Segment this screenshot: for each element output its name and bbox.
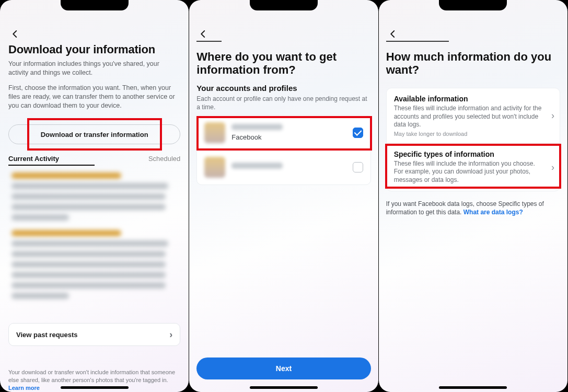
device-notch (250, 0, 318, 10)
view-past-requests-label: View past requests (16, 331, 78, 339)
account-platform: Facebook (231, 133, 283, 141)
option-available-information[interactable]: Available information These files will i… (387, 88, 560, 144)
section-description: Each account or profile can only have on… (196, 95, 370, 111)
account-row-facebook[interactable]: Facebook (197, 116, 370, 150)
account-text (231, 163, 283, 172)
back-icon (388, 29, 398, 39)
footer-text: Your download or transfer won't include … (8, 369, 175, 383)
option-title: Specific types of information (394, 150, 542, 158)
option-title: Available information (394, 95, 542, 103)
home-indicator (439, 386, 507, 389)
account-name-placeholder (231, 124, 283, 130)
page-description-2: First, choose the information you want. … (8, 84, 180, 110)
home-indicator (250, 386, 318, 389)
option-specific-types[interactable]: Specific types of information These file… (387, 144, 560, 191)
back-icon (10, 29, 20, 39)
section-subtitle: Your accounts and profiles (196, 84, 370, 93)
device-notch (61, 0, 129, 10)
back-button[interactable] (8, 26, 22, 43)
option-description: These files will include the information… (394, 160, 542, 185)
avatar (204, 122, 225, 143)
tab-current-activity[interactable]: Current Activity (8, 153, 95, 166)
download-button-wrapper: Download or transfer information (8, 124, 180, 144)
screen-download-your-information: Download your information Your informati… (0, 0, 189, 392)
page-title: Download your information (8, 43, 180, 56)
activity-item-placeholder (11, 230, 168, 303)
account-checkbox[interactable] (353, 128, 363, 138)
page-title: Where do you want to get information fro… (196, 50, 370, 77)
footer-note: If you want Facebook data logs, choose S… (386, 200, 560, 216)
accounts-list: Facebook (196, 115, 370, 185)
activity-item-placeholder (11, 172, 168, 225)
progress-indicator (196, 41, 222, 42)
option-description: These files will include information and… (394, 105, 542, 129)
page-description-1: Your information includes things you've … (8, 60, 180, 77)
chevron-right-icon: › (551, 110, 554, 121)
account-row[interactable] (197, 150, 370, 185)
home-indicator (61, 386, 129, 389)
account-checkbox[interactable] (353, 162, 363, 172)
account-text: Facebook (231, 124, 283, 141)
progress-indicator (386, 41, 449, 42)
page-title: How much information do you want? (386, 50, 560, 77)
chevron-right-icon: › (169, 329, 172, 340)
tabs: Current Activity Scheduled (8, 153, 180, 166)
what-are-data-logs-link[interactable]: What are data logs? (463, 209, 523, 216)
next-button[interactable]: Next (196, 358, 370, 379)
avatar (204, 157, 225, 178)
download-or-transfer-button[interactable]: Download or transfer information (8, 124, 180, 144)
account-name-placeholder (231, 163, 283, 169)
screen-how-much-information: How much information do you want? Availa… (379, 0, 567, 392)
learn-more-link[interactable]: Learn more (8, 385, 40, 391)
view-past-requests-button[interactable]: View past requests › (8, 323, 180, 346)
tab-scheduled[interactable]: Scheduled (95, 153, 181, 166)
option-note: May take longer to download (394, 131, 542, 137)
options-list: Available information These files will i… (386, 88, 560, 191)
back-icon (199, 29, 208, 39)
screen-where-get-information: Where do you want to get information fro… (189, 0, 378, 392)
chevron-right-icon: › (551, 162, 554, 172)
device-notch (439, 0, 507, 10)
